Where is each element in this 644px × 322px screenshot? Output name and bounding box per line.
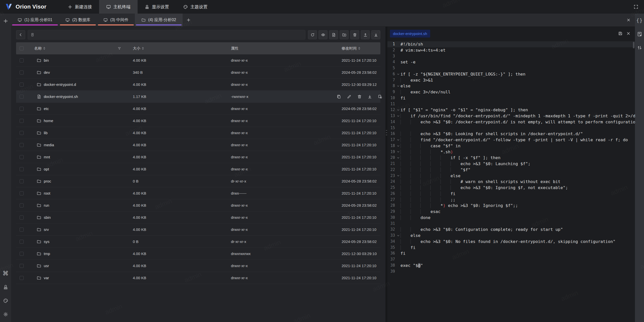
row-checkbox[interactable] — [20, 70, 24, 75]
nav-item-新建连接[interactable]: 新建连接 — [61, 0, 99, 14]
fold-toggle[interactable] — [396, 233, 400, 239]
table-row-sbin[interactable]: sbin4.00 KBdrwxr-xr-x2021-11-24 17:20:10 — [16, 211, 380, 224]
table-row-root[interactable]: root4.00 KBdrwx------2021-11-24 17:20:10 — [16, 187, 380, 199]
row-checkbox[interactable] — [20, 119, 24, 123]
new-folder-button[interactable] — [340, 30, 349, 39]
table-row-sys[interactable]: sys0 Bdr-xr-xr-x2024-05-28 23:58:02 — [16, 236, 380, 248]
table-row-lib[interactable]: lib4.00 KBdrwxr-xr-x2021-11-24 17:20:10 — [16, 127, 380, 139]
fullscreen-button[interactable] — [631, 2, 640, 11]
upload-button[interactable] — [361, 30, 370, 39]
row-checkbox[interactable] — [20, 240, 24, 244]
row-edit-button[interactable] — [347, 94, 351, 99]
new-connection-button[interactable] — [1, 17, 10, 25]
row-checkbox[interactable] — [20, 264, 24, 268]
file-editor-panel: docker-entrypoint.sh 1#!/bin/sh2# vim:sw… — [387, 27, 635, 322]
terminal-tab-1[interactable]: (1) 应用-分析01 — [11, 14, 59, 26]
new-tab-button[interactable] — [183, 14, 194, 26]
row-checkbox[interactable] — [20, 143, 24, 147]
row-checkbox[interactable] — [20, 216, 24, 220]
row-checkbox[interactable] — [20, 58, 24, 62]
fold-toggle[interactable] — [396, 83, 400, 89]
download-button[interactable] — [371, 30, 380, 39]
fold-toggle[interactable] — [396, 137, 400, 143]
fold-toggle[interactable] — [396, 143, 400, 149]
row-download-button[interactable] — [368, 94, 372, 99]
terminal-tab-3[interactable]: (3) 中间件 — [97, 14, 135, 26]
row-checkbox[interactable] — [20, 131, 24, 135]
table-row-docker-entrypoint.sh[interactable]: docker-entrypoint.sh1.17 KB-rwxrwxr-x — [16, 91, 380, 103]
table-row-opt[interactable]: opt4.00 KBdrwxr-xr-x2021-11-24 17:20:10 — [16, 163, 380, 175]
close-panel-button[interactable] — [622, 14, 635, 26]
back-button[interactable] — [16, 30, 25, 39]
delete-button[interactable] — [350, 30, 359, 39]
filter-button[interactable] — [117, 47, 121, 50]
table-row-srv[interactable]: srv4.00 KBdrwxr-xr-x2021-11-24 17:20:10 — [16, 224, 380, 236]
fold-toggle[interactable] — [396, 71, 400, 77]
settings-button[interactable] — [1, 310, 10, 318]
refresh-button[interactable] — [308, 30, 317, 39]
row-checkbox[interactable] — [20, 191, 24, 195]
fold-toggle[interactable] — [396, 113, 400, 119]
theme-settings-button[interactable] — [1, 296, 10, 305]
table-row-dev[interactable]: dev340 Bdrwxr-xr-x2024-05-28 23:58:02 — [16, 66, 380, 79]
chevron-left-icon — [19, 33, 23, 37]
fold-toggle[interactable] — [396, 155, 400, 161]
table-row-media[interactable]: media4.00 KBdrwxr-xr-x2021-11-24 17:20:1… — [16, 139, 380, 151]
sort-toggle[interactable] — [43, 47, 45, 50]
new-file-button[interactable] — [329, 30, 338, 39]
row-move-button[interactable] — [378, 94, 382, 99]
editor-scrollbar-thumb[interactable] — [633, 42, 634, 48]
select-all-checkbox[interactable] — [20, 46, 24, 50]
nav-item-显示设置[interactable]: 显示设置 — [138, 0, 176, 14]
row-copy-button[interactable] — [337, 94, 341, 99]
sort-toggle[interactable] — [358, 47, 360, 50]
display-settings-button[interactable] — [1, 283, 10, 291]
close-editor-button[interactable] — [624, 29, 632, 38]
path-input[interactable] — [36, 33, 303, 37]
row-checkbox[interactable] — [20, 83, 24, 87]
stamp-icon — [3, 284, 8, 290]
row-checkbox[interactable] — [20, 107, 24, 111]
open-file-badge[interactable]: docker-entrypoint.sh — [390, 30, 430, 38]
row-checkbox[interactable] — [20, 203, 24, 207]
sort-toggle[interactable] — [142, 47, 144, 50]
row-checkbox[interactable] — [20, 167, 24, 171]
file-bookmark-button[interactable] — [635, 30, 644, 38]
shortcut-keys-button[interactable]: ⌘ — [1, 269, 10, 278]
table-row-tmp[interactable]: tmp4.00 KBdrwxrwxrwx2021-12-30 03:29:10 — [16, 248, 380, 260]
transfer-list-button[interactable] — [635, 43, 644, 52]
fold-toggle[interactable] — [396, 173, 400, 179]
table-row-docker-entrypoint.d[interactable]: docker-entrypoint.d4.00 KBdrwxr-xr-x2021… — [16, 79, 380, 91]
panel-resize-divider[interactable] — [385, 27, 387, 322]
variables-button[interactable]: {} — [635, 16, 644, 25]
divider-grip[interactable] — [386, 129, 387, 136]
terminal-tab-4[interactable]: (4) 应用-分析02 — [135, 14, 183, 26]
row-checkbox[interactable] — [20, 155, 24, 159]
nav-item-主机终端[interactable]: 主机终端 — [99, 0, 138, 14]
show-hidden-button[interactable] — [318, 30, 328, 39]
table-row-proc[interactable]: proc0 Bdr-xr-xr-x2024-05-28 23:58:02 — [16, 175, 380, 187]
nav-item-主题设置[interactable]: 主题设置 — [176, 0, 215, 14]
line-number: 22 — [387, 167, 396, 173]
table-row-var[interactable]: var4.00 KBdrwxr-xr-x2021-11-24 17:20:10 — [16, 272, 380, 284]
row-checkbox[interactable] — [20, 276, 24, 280]
row-delete-button[interactable] — [357, 94, 362, 99]
row-checkbox[interactable] — [20, 228, 24, 232]
table-row-etc[interactable]: etc4.00 KBdrwxr-xr-x2024-05-28 23:58:02 — [16, 103, 380, 115]
code-segment: echo >&3 "$0: Launching $f"; — [460, 161, 530, 166]
save-file-button[interactable] — [616, 29, 624, 38]
row-checkbox[interactable] — [20, 179, 24, 183]
row-checkbox[interactable] — [20, 95, 24, 99]
table-row-mnt[interactable]: mnt4.00 KBdrwxr-xr-x2021-11-24 17:20:10 — [16, 151, 380, 163]
table-row-run[interactable]: run4.00 KBdrwxr-xr-x2024-05-28 23:58:02 — [16, 199, 380, 211]
path-bookmark-icon[interactable] — [30, 33, 34, 37]
indent-guides — [400, 227, 420, 232]
code-text: exec 3>/dev/null — [400, 89, 635, 95]
fold-toggle[interactable] — [396, 107, 400, 113]
table-row-usr[interactable]: usr4.00 KBdrwxr-xr-x2021-11-24 17:20:10 — [16, 260, 380, 272]
table-row-home[interactable]: home4.00 KBdrwxr-xr-x2021-11-24 17:20:10 — [16, 115, 380, 127]
row-checkbox[interactable] — [20, 252, 24, 256]
table-row-bin[interactable]: bin4.00 KBdrwxr-xr-x2021-11-24 17:20:10 — [16, 54, 380, 66]
terminal-tab-2[interactable]: (2) 数据库 — [59, 14, 97, 26]
fold-toggle[interactable] — [396, 149, 400, 155]
